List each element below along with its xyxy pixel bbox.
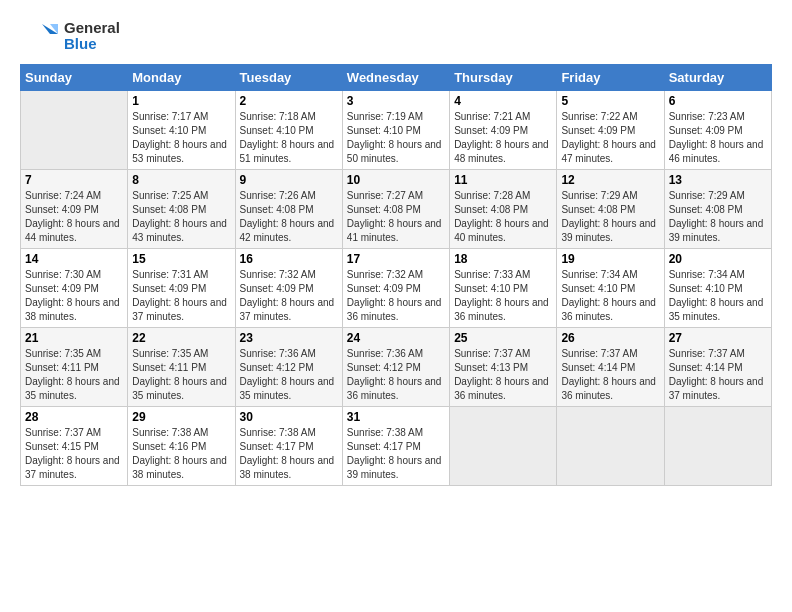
day-info: Sunrise: 7:38 AMSunset: 4:16 PMDaylight:… [132,426,230,482]
calendar-cell: 10Sunrise: 7:27 AMSunset: 4:08 PMDayligh… [342,170,449,249]
day-info: Sunrise: 7:37 AMSunset: 4:13 PMDaylight:… [454,347,552,403]
day-info: Sunrise: 7:28 AMSunset: 4:08 PMDaylight:… [454,189,552,245]
day-info: Sunrise: 7:29 AMSunset: 4:08 PMDaylight:… [561,189,659,245]
day-number: 26 [561,331,659,345]
day-info: Sunrise: 7:38 AMSunset: 4:17 PMDaylight:… [347,426,445,482]
logo: General Blue [20,16,120,56]
calendar-cell: 30Sunrise: 7:38 AMSunset: 4:17 PMDayligh… [235,407,342,486]
calendar-cell: 18Sunrise: 7:33 AMSunset: 4:10 PMDayligh… [450,249,557,328]
calendar-cell [450,407,557,486]
calendar-cell: 3Sunrise: 7:19 AMSunset: 4:10 PMDaylight… [342,91,449,170]
calendar-table: SundayMondayTuesdayWednesdayThursdayFrid… [20,64,772,486]
day-info: Sunrise: 7:26 AMSunset: 4:08 PMDaylight:… [240,189,338,245]
day-number: 3 [347,94,445,108]
day-number: 16 [240,252,338,266]
day-info: Sunrise: 7:19 AMSunset: 4:10 PMDaylight:… [347,110,445,166]
day-number: 14 [25,252,123,266]
calendar-cell: 24Sunrise: 7:36 AMSunset: 4:12 PMDayligh… [342,328,449,407]
day-number: 11 [454,173,552,187]
calendar-cell: 13Sunrise: 7:29 AMSunset: 4:08 PMDayligh… [664,170,771,249]
day-number: 7 [25,173,123,187]
logo-container: General Blue [20,16,120,56]
calendar-cell: 28Sunrise: 7:37 AMSunset: 4:15 PMDayligh… [21,407,128,486]
day-info: Sunrise: 7:24 AMSunset: 4:09 PMDaylight:… [25,189,123,245]
day-info: Sunrise: 7:25 AMSunset: 4:08 PMDaylight:… [132,189,230,245]
day-number: 12 [561,173,659,187]
calendar-cell: 1Sunrise: 7:17 AMSunset: 4:10 PMDaylight… [128,91,235,170]
calendar-week-row: 1Sunrise: 7:17 AMSunset: 4:10 PMDaylight… [21,91,772,170]
day-number: 13 [669,173,767,187]
day-number: 27 [669,331,767,345]
day-info: Sunrise: 7:18 AMSunset: 4:10 PMDaylight:… [240,110,338,166]
day-number: 23 [240,331,338,345]
day-number: 20 [669,252,767,266]
calendar-cell: 16Sunrise: 7:32 AMSunset: 4:09 PMDayligh… [235,249,342,328]
calendar-cell: 22Sunrise: 7:35 AMSunset: 4:11 PMDayligh… [128,328,235,407]
day-info: Sunrise: 7:31 AMSunset: 4:09 PMDaylight:… [132,268,230,324]
day-number: 30 [240,410,338,424]
day-number: 28 [25,410,123,424]
calendar-cell [664,407,771,486]
day-number: 9 [240,173,338,187]
calendar-week-row: 28Sunrise: 7:37 AMSunset: 4:15 PMDayligh… [21,407,772,486]
day-number: 18 [454,252,552,266]
weekday-header: Wednesday [342,65,449,91]
calendar-week-row: 21Sunrise: 7:35 AMSunset: 4:11 PMDayligh… [21,328,772,407]
day-number: 8 [132,173,230,187]
day-number: 4 [454,94,552,108]
calendar-cell: 7Sunrise: 7:24 AMSunset: 4:09 PMDaylight… [21,170,128,249]
day-info: Sunrise: 7:34 AMSunset: 4:10 PMDaylight:… [561,268,659,324]
day-info: Sunrise: 7:22 AMSunset: 4:09 PMDaylight:… [561,110,659,166]
logo-text: General Blue [64,20,120,53]
calendar-cell [557,407,664,486]
day-number: 25 [454,331,552,345]
calendar-cell: 9Sunrise: 7:26 AMSunset: 4:08 PMDaylight… [235,170,342,249]
day-number: 24 [347,331,445,345]
calendar-cell: 26Sunrise: 7:37 AMSunset: 4:14 PMDayligh… [557,328,664,407]
day-info: Sunrise: 7:34 AMSunset: 4:10 PMDaylight:… [669,268,767,324]
day-info: Sunrise: 7:32 AMSunset: 4:09 PMDaylight:… [240,268,338,324]
day-number: 2 [240,94,338,108]
calendar-cell: 8Sunrise: 7:25 AMSunset: 4:08 PMDaylight… [128,170,235,249]
day-number: 10 [347,173,445,187]
weekday-header: Saturday [664,65,771,91]
day-info: Sunrise: 7:23 AMSunset: 4:09 PMDaylight:… [669,110,767,166]
calendar-cell [21,91,128,170]
day-number: 22 [132,331,230,345]
day-number: 6 [669,94,767,108]
calendar-body: 1Sunrise: 7:17 AMSunset: 4:10 PMDaylight… [21,91,772,486]
calendar-cell: 4Sunrise: 7:21 AMSunset: 4:09 PMDaylight… [450,91,557,170]
day-info: Sunrise: 7:38 AMSunset: 4:17 PMDaylight:… [240,426,338,482]
day-number: 19 [561,252,659,266]
day-number: 1 [132,94,230,108]
day-number: 31 [347,410,445,424]
calendar-cell: 14Sunrise: 7:30 AMSunset: 4:09 PMDayligh… [21,249,128,328]
day-number: 5 [561,94,659,108]
weekday-header: Friday [557,65,664,91]
page-header: General Blue [20,16,772,56]
day-info: Sunrise: 7:27 AMSunset: 4:08 PMDaylight:… [347,189,445,245]
day-info: Sunrise: 7:35 AMSunset: 4:11 PMDaylight:… [25,347,123,403]
day-info: Sunrise: 7:29 AMSunset: 4:08 PMDaylight:… [669,189,767,245]
day-info: Sunrise: 7:37 AMSunset: 4:14 PMDaylight:… [561,347,659,403]
calendar-cell: 25Sunrise: 7:37 AMSunset: 4:13 PMDayligh… [450,328,557,407]
day-info: Sunrise: 7:17 AMSunset: 4:10 PMDaylight:… [132,110,230,166]
calendar-cell: 20Sunrise: 7:34 AMSunset: 4:10 PMDayligh… [664,249,771,328]
day-number: 17 [347,252,445,266]
logo-graphic [20,16,60,56]
day-info: Sunrise: 7:32 AMSunset: 4:09 PMDaylight:… [347,268,445,324]
weekday-header: Sunday [21,65,128,91]
calendar-week-row: 7Sunrise: 7:24 AMSunset: 4:09 PMDaylight… [21,170,772,249]
calendar-cell: 31Sunrise: 7:38 AMSunset: 4:17 PMDayligh… [342,407,449,486]
calendar-cell: 5Sunrise: 7:22 AMSunset: 4:09 PMDaylight… [557,91,664,170]
calendar-cell: 11Sunrise: 7:28 AMSunset: 4:08 PMDayligh… [450,170,557,249]
day-info: Sunrise: 7:36 AMSunset: 4:12 PMDaylight:… [347,347,445,403]
day-info: Sunrise: 7:37 AMSunset: 4:14 PMDaylight:… [669,347,767,403]
calendar-cell: 19Sunrise: 7:34 AMSunset: 4:10 PMDayligh… [557,249,664,328]
calendar-week-row: 14Sunrise: 7:30 AMSunset: 4:09 PMDayligh… [21,249,772,328]
day-info: Sunrise: 7:37 AMSunset: 4:15 PMDaylight:… [25,426,123,482]
weekday-header: Tuesday [235,65,342,91]
calendar-header: SundayMondayTuesdayWednesdayThursdayFrid… [21,65,772,91]
weekday-header: Thursday [450,65,557,91]
calendar-cell: 17Sunrise: 7:32 AMSunset: 4:09 PMDayligh… [342,249,449,328]
